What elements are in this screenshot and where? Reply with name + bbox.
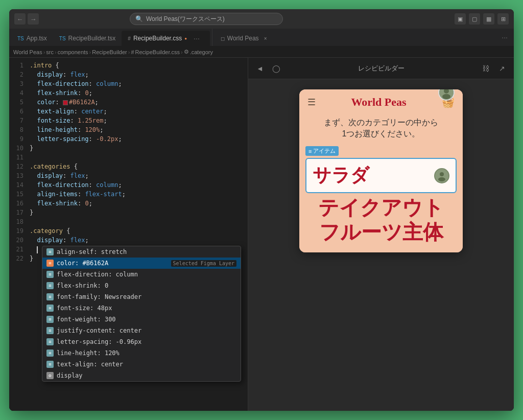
ac-item-text-align[interactable]: ≡ text-align: center	[42, 359, 241, 370]
svg-point-5	[438, 177, 445, 181]
ac-icon-0: ≡	[46, 248, 54, 255]
minimize-button[interactable]: ▢	[469, 13, 480, 25]
ac-icon-3: ≡	[46, 282, 54, 289]
ac-icon-8: ≡	[46, 338, 54, 345]
typescript-icon: TS	[17, 36, 24, 41]
breadcrumb-hash-icon: #	[131, 49, 134, 55]
preview-topbar: ◄ ◯ レシピビルダー ⛓ ↗	[248, 58, 514, 79]
editor-tabs: TS App.tsx TS RecipeBuilder.tsx # Recipe…	[9, 29, 514, 46]
title-bar: ← → 🔍 World Peas(ワークスペース) ▣ ▢ ▦ ⊞	[9, 9, 514, 29]
modified-dot: ●	[184, 36, 187, 41]
code-editor[interactable]: 12345 678910 1112131415 1617181920 2122 …	[9, 58, 248, 411]
typescript-icon-2: TS	[59, 36, 66, 41]
ac-item-flex-dir[interactable]: ≡ flex-direction: column	[42, 269, 241, 280]
tab-label-4: World Peas	[227, 35, 259, 42]
app-header: ☰ World Peas 🧺	[299, 89, 463, 113]
preview-back-button[interactable]: ◄	[254, 63, 266, 74]
item-label: ≡ アイテム	[305, 146, 339, 156]
breadcrumb-recipebuilder[interactable]: RecipeBuilder	[92, 49, 127, 55]
preview-search-button[interactable]: ◯	[271, 63, 282, 74]
preview-external-button[interactable]: ↗	[496, 63, 508, 74]
ac-icon-1: ≡	[46, 260, 54, 267]
selected-category-text: サラダ	[313, 163, 369, 188]
ac-icon-10: ≡	[46, 361, 54, 368]
breadcrumb-components[interactable]: components	[58, 49, 88, 55]
forward-button[interactable]: →	[28, 13, 39, 25]
tab-label: App.tsx	[27, 35, 47, 42]
search-icon: 🔍	[135, 15, 143, 22]
tab-ellipsis[interactable]: ···	[189, 34, 204, 42]
app-title: World Peas	[316, 96, 442, 109]
breadcrumb-gear-icon: ⚙	[184, 49, 189, 55]
ac-item-font-family[interactable]: ≡ font-family: Newsreader	[42, 291, 241, 302]
search-bar[interactable]: 🔍 World Peas(ワークスペース)	[130, 13, 283, 25]
breadcrumb-css-file[interactable]: RecipeBuilder.css	[135, 49, 180, 55]
tab-label-3: RecipeBuilder.css	[133, 35, 182, 42]
ac-item-color[interactable]: ≡ color: #B6162A Selected Figma Layer	[42, 258, 241, 269]
ac-icon-2: ≡	[46, 271, 54, 278]
breadcrumb-src[interactable]: src	[46, 49, 54, 55]
tab-label-2: RecipeBuilder.tsx	[68, 35, 116, 42]
ac-icon-6: ≡	[46, 316, 54, 323]
grid-button[interactable]: ⊞	[497, 13, 509, 25]
tab-recipebuilder-tsx[interactable]: TS RecipeBuilder.tsx	[53, 31, 122, 46]
tab-app-tsx[interactable]: TS App.tsx	[11, 31, 53, 46]
svg-point-4	[440, 172, 444, 176]
category-avatar	[434, 168, 449, 183]
ac-item-font-weight[interactable]: ≡ font-weight: 300	[42, 314, 241, 325]
selected-category-row[interactable]: サラダ	[305, 158, 457, 193]
app-mockup: ☰ World Peas 🧺 まず、次のカテゴリーの中から1つお選びください。 …	[299, 89, 463, 252]
ac-icon-9: ≡	[46, 349, 54, 357]
main-area: 12345 678910 1112131415 1617181920 2122 …	[9, 58, 514, 411]
ac-item-font-size[interactable]: ≡ font-size: 48px	[42, 302, 241, 314]
ac-item-display[interactable]: ⚙ display	[42, 370, 241, 381]
search-text: World Peas(ワークスペース)	[146, 15, 225, 24]
tab-recipebuilder-css[interactable]: # RecipeBuilder.css ● ···	[122, 31, 209, 46]
close-tab-button[interactable]: ×	[262, 34, 270, 42]
ac-icon-4: ≡	[46, 293, 54, 300]
ac-item-letter-spacing[interactable]: ≡ letter-spacing: -0.96px	[42, 336, 241, 347]
app-subtitle: まず、次のカテゴリーの中から1つお選びください。	[299, 113, 463, 146]
ac-item-line-height[interactable]: ≡ line-height: 120%	[42, 347, 241, 359]
fullscreen-button[interactable]: ▦	[483, 13, 494, 25]
other-categories: テイクアウトフルーツ主体	[305, 193, 457, 246]
ac-item-align-self[interactable]: ≡ align-self: stretch	[42, 246, 241, 258]
tab-world-peas-preview[interactable]: ◻ World Peas ×	[215, 31, 276, 46]
split-view-button[interactable]: ▣	[455, 13, 466, 25]
vscode-window: ← → 🔍 World Peas(ワークスペース) ▣ ▢ ▦ ⊞ TS App…	[9, 9, 514, 411]
more-tabs-button[interactable]: ···	[497, 33, 512, 41]
autocomplete-dropdown[interactable]: ≡ align-self: stretch ≡ color: #B6162A S…	[42, 246, 241, 382]
ac-icon-7: ≡	[46, 327, 54, 334]
ac-icon-5: ≡	[46, 305, 54, 312]
ac-item-flex-shrink[interactable]: ≡ flex-shrink: 0	[42, 280, 241, 291]
css-hash-icon: #	[128, 36, 131, 41]
preview-content: ☰ World Peas 🧺 まず、次のカテゴリーの中から1つお選びください。 …	[248, 79, 514, 411]
nav-buttons: ← →	[14, 13, 39, 25]
preview-title: レシピビルダー	[287, 64, 475, 73]
breadcrumb: World Peas › src › components › RecipeBu…	[9, 46, 514, 58]
ac-badge: Selected Figma Layer	[171, 260, 236, 267]
breadcrumb-worldpeas[interactable]: World Peas	[13, 49, 42, 55]
title-bar-actions: ▣ ▢ ▦ ⊞	[455, 13, 509, 25]
hamburger-icon[interactable]: ☰	[307, 97, 316, 108]
back-button[interactable]: ←	[14, 13, 26, 25]
ac-item-justify[interactable]: ≡ justify-content: center	[42, 325, 241, 336]
preview-icon: ◻	[221, 36, 225, 41]
svg-point-2	[442, 94, 450, 99]
ac-icon-11: ⚙	[46, 372, 54, 379]
line-numbers: 12345 678910 1112131415 1617181920 2122	[9, 58, 28, 411]
preview-link-button[interactable]: ⛓	[480, 63, 491, 74]
breadcrumb-selector[interactable]: .category	[190, 49, 213, 55]
preview-panel: ◄ ◯ レシピビルダー ⛓ ↗	[248, 58, 514, 411]
category-section: ≡ アイテム サラダ	[299, 146, 463, 253]
